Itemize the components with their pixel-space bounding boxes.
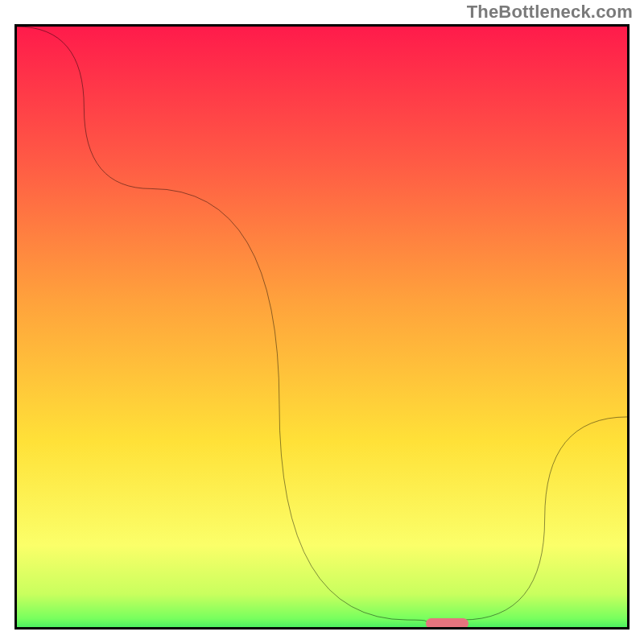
bottleneck-curve-path	[17, 27, 627, 622]
chart-frame: TheBottleneck.com	[0, 0, 644, 644]
optimal-marker	[426, 618, 469, 629]
curve-layer	[17, 27, 627, 627]
watermark-text: TheBottleneck.com	[467, 2, 633, 23]
plot-area	[14, 24, 630, 630]
